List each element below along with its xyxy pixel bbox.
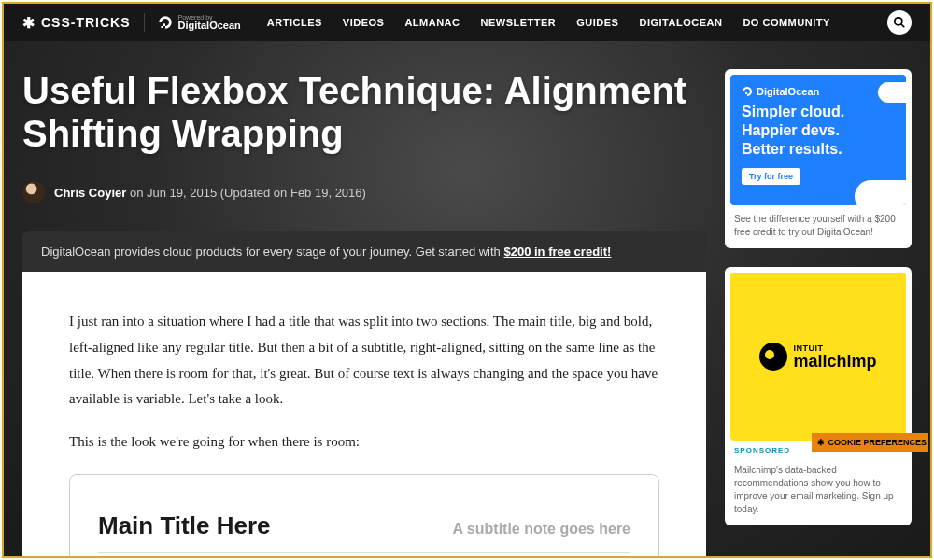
demo-subtitle: A subtitle note goes here: [452, 515, 630, 543]
ad-brand: DigitalOcean: [757, 86, 819, 97]
promo-link[interactable]: $200 in free credit!: [503, 245, 611, 259]
promo-text: DigitalOcean provides cloud products for…: [41, 245, 503, 259]
page-title: Useful Flexbox Technique: Alignment Shif…: [22, 69, 706, 155]
byline: Chris Coyier on Jun 19, 2015 (Updated on…: [22, 181, 706, 203]
asterisk-icon: ✱: [22, 14, 35, 32]
ad-caption: See the difference yourself with a $200 …: [730, 205, 906, 243]
svg-line-3: [901, 24, 905, 28]
partner-name: DigitalOcean: [178, 21, 241, 31]
mailchimp-ad-card: INTUIT mailchimp SPONSORED Mailchimp's d…: [725, 267, 912, 525]
article-body: I just ran into a situation where I had …: [22, 272, 706, 558]
digitalocean-ad[interactable]: DigitalOcean Simpler cloud. Happier devs…: [730, 75, 906, 205]
demo-main-title: Main Title Here: [98, 503, 270, 548]
mailchimp-monkey-icon: [759, 343, 787, 371]
nav-newsletter[interactable]: NEWSLETTER: [481, 17, 557, 28]
ad-cta-button[interactable]: Try for free: [742, 168, 800, 185]
nav-digitalocean[interactable]: DIGITALOCEAN: [639, 17, 722, 28]
asterisk-icon: ✱: [817, 438, 825, 447]
main-column: Useful Flexbox Technique: Alignment Shif…: [22, 69, 706, 558]
cloud-icon: [855, 180, 906, 205]
author-name[interactable]: Chris Coyier: [54, 186, 126, 200]
svg-rect-4: [745, 92, 747, 94]
svg-point-2: [895, 18, 902, 25]
paragraph-1: I just ran into a situation where I had …: [69, 309, 659, 413]
nav-articles[interactable]: ARTICLES: [267, 17, 322, 28]
mailchimp-caption: Mailchimp's data-backed recommendations …: [730, 456, 906, 520]
byline-date: on Jun 19, 2015 (Updated on Feb 19, 2016…: [126, 186, 366, 200]
digitalocean-icon: [158, 15, 173, 30]
divider: [144, 13, 145, 32]
paragraph-2: This is the look we're going for when th…: [69, 429, 659, 455]
site-name: CSS-TRICKS: [41, 15, 131, 30]
promo-banner: DigitalOcean provides cloud products for…: [22, 231, 706, 272]
site-logo[interactable]: ✱ CSS-TRICKS: [22, 14, 131, 32]
nav-videos[interactable]: VIDEOS: [343, 17, 385, 28]
top-navigation: ✱ CSS-TRICKS Powered by DigitalOcean ART…: [4, 4, 930, 41]
search-button[interactable]: [887, 10, 912, 35]
cloud-icon: [878, 82, 906, 103]
sidebar: DigitalOcean Simpler cloud. Happier devs…: [725, 69, 912, 558]
ad-line-3: Better results.: [742, 140, 895, 159]
digitalocean-logo[interactable]: Powered by DigitalOcean: [158, 14, 241, 31]
mailchimp-name: mailchimp: [793, 353, 876, 370]
nav-guides[interactable]: GUIDES: [576, 17, 618, 28]
svg-rect-0: [163, 23, 165, 26]
nav-do-community[interactable]: DO COMMUNITY: [743, 17, 829, 28]
cookie-label: COOKIE PREFERENCES: [828, 438, 927, 447]
digitalocean-ad-card: DigitalOcean Simpler cloud. Happier devs…: [725, 69, 912, 248]
svg-rect-1: [161, 26, 163, 28]
author-avatar[interactable]: [22, 181, 45, 203]
mailchimp-ad[interactable]: INTUIT mailchimp: [730, 273, 906, 441]
demo-box: Main Title Here A subtitle note goes her…: [69, 474, 659, 558]
nav-almanac[interactable]: ALMANAC: [404, 17, 460, 28]
digitalocean-icon: [742, 86, 753, 97]
ad-line-1: Simpler cloud.: [742, 103, 895, 121]
ad-line-2: Happier devs.: [742, 121, 895, 140]
search-icon: [893, 16, 906, 29]
cookie-preferences-button[interactable]: ✱ COOKIE PREFERENCES: [812, 433, 928, 452]
main-nav: ARTICLES VIDEOS ALMANAC NEWSLETTER GUIDE…: [267, 17, 830, 28]
